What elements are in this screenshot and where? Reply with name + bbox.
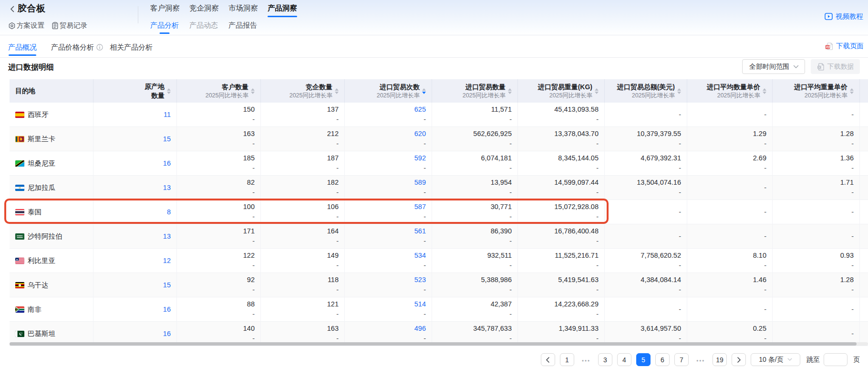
main-tab-1[interactable]: 客户洞察 bbox=[150, 0, 180, 18]
empty-value: - bbox=[679, 207, 681, 217]
section-tab-3[interactable]: 相关产品分析 bbox=[110, 36, 153, 58]
cell-value: 92 bbox=[247, 275, 255, 285]
column-header-customer_count[interactable]: 客户数量2025同比增长率 bbox=[177, 79, 261, 103]
origin-count-link[interactable]: 15 bbox=[163, 280, 171, 290]
trade-count-link[interactable]: 523 bbox=[414, 275, 426, 285]
sort-caret-icon[interactable] bbox=[422, 88, 426, 94]
trade-count-link[interactable]: 589 bbox=[414, 178, 426, 188]
growth-rate-value: - bbox=[509, 261, 512, 271]
main-tab-3[interactable]: 市场洞察 bbox=[228, 0, 258, 18]
download-data-button[interactable]: 下载数据 bbox=[811, 59, 860, 74]
sort-caret-icon[interactable] bbox=[335, 88, 339, 94]
sort-caret-icon[interactable] bbox=[508, 88, 512, 94]
origin-count-link[interactable]: 16 bbox=[163, 158, 171, 168]
jump-to-page-input[interactable] bbox=[824, 353, 847, 366]
cell-import_avg_qty_price: - bbox=[687, 297, 773, 321]
sort-caret-icon[interactable] bbox=[167, 88, 171, 94]
sub-nav-item-2[interactable]: 产品动态 bbox=[189, 20, 218, 34]
back-icon[interactable] bbox=[8, 5, 17, 13]
video-tutorial-link[interactable]: 视频教程 bbox=[825, 12, 863, 21]
column-header-import_avg_qty_price[interactable]: 进口平均数量单价2025同比增长率 bbox=[687, 79, 773, 103]
page-size-select[interactable]: 10 条/页 bbox=[751, 353, 800, 366]
pagination-prev-button[interactable] bbox=[541, 353, 555, 366]
sort-caret-icon[interactable] bbox=[763, 88, 766, 94]
pagination-page-4[interactable]: 4 bbox=[617, 353, 631, 366]
pagination-page-19[interactable]: 19 bbox=[713, 353, 727, 366]
download-page-link[interactable]: 下载页面 bbox=[825, 42, 864, 51]
origin-count-link[interactable]: 13 bbox=[163, 183, 171, 193]
growth-rate-value: - bbox=[851, 163, 854, 173]
flag-icon-lk bbox=[15, 136, 24, 142]
origin-count-link[interactable]: 8 bbox=[167, 207, 171, 217]
cell-value: 118 bbox=[328, 275, 339, 285]
pagination-page-1[interactable]: 1 bbox=[560, 353, 574, 366]
pagination-page-7[interactable]: 7 bbox=[674, 353, 689, 366]
cell-value: 345,787,633 bbox=[473, 324, 512, 334]
flag-icon-th bbox=[15, 209, 24, 215]
excel-file-icon bbox=[817, 63, 825, 71]
pagination-next-button[interactable] bbox=[732, 353, 746, 366]
info-icon[interactable] bbox=[96, 44, 103, 51]
section-tab-1[interactable]: 产品概况 bbox=[8, 36, 37, 58]
page-number: 1 bbox=[565, 356, 569, 364]
trade-count-link[interactable]: 620 bbox=[414, 129, 426, 139]
trade-count-link[interactable]: 592 bbox=[414, 153, 426, 163]
growth-rate-value: - bbox=[596, 285, 599, 295]
main-tab-4[interactable]: 产品洞察 bbox=[268, 0, 297, 18]
sub-nav-item-1[interactable]: 产品分析 bbox=[150, 20, 179, 34]
cell-clipped bbox=[860, 200, 868, 224]
column-header-import_trade_amount[interactable]: 进口贸易总额(美元)2025同比增长率 bbox=[605, 79, 687, 103]
table-row-沙特阿拉伯: 沙特阿拉伯13171-164-561-86,390-16,786,400.48-… bbox=[10, 224, 868, 249]
trade-count-link[interactable]: 534 bbox=[414, 251, 426, 261]
empty-value: - bbox=[851, 329, 854, 339]
table-row-南非: 南非1688-121-514-42,387-14,223,668.29---- bbox=[10, 297, 868, 322]
column-header-import_trade_count[interactable]: 进口贸易次数2025同比增长率 bbox=[345, 79, 432, 103]
sub-nav-item-3[interactable]: 产品报告 bbox=[228, 20, 257, 34]
column-header-competitor_count[interactable]: 竞企数量2025同比增长率 bbox=[261, 79, 345, 103]
flag-icon-ug bbox=[15, 282, 24, 288]
trade-count-link[interactable]: 561 bbox=[414, 226, 426, 236]
origin-count-link[interactable]: 16 bbox=[163, 329, 171, 339]
origin-count-link[interactable]: 16 bbox=[163, 305, 171, 315]
column-title: 进口平均数量单价 bbox=[707, 83, 760, 92]
pagination-page-5[interactable]: 5 bbox=[636, 353, 651, 366]
cell-import_trade_qty: 30,771- bbox=[432, 200, 518, 224]
growth-rate-value: - bbox=[596, 163, 599, 173]
header-divider bbox=[138, 6, 138, 23]
pagination-ellipsis[interactable]: ●●● bbox=[693, 353, 708, 366]
plan-settings-button[interactable]: 方案设置 bbox=[8, 21, 44, 30]
pagination-page-6[interactable]: 6 bbox=[655, 353, 670, 366]
origin-count-link[interactable]: 11 bbox=[164, 110, 171, 120]
trade-count-link[interactable]: 625 bbox=[414, 105, 426, 115]
pagination-ellipsis[interactable]: ●●● bbox=[579, 353, 593, 366]
cell-value: 1.29 bbox=[753, 129, 766, 139]
cell-destination: 斯里兰卡 bbox=[10, 127, 93, 151]
origin-count-link[interactable]: 12 bbox=[163, 256, 171, 266]
cell-import_trade_amount: - bbox=[605, 224, 687, 248]
origin-count-link[interactable]: 15 bbox=[163, 134, 171, 144]
cell-import_trade_weight: 8,345,144.05- bbox=[518, 151, 605, 175]
page-unit-label: 页 bbox=[853, 356, 860, 364]
sort-caret-icon[interactable] bbox=[850, 88, 854, 94]
trade-count-link[interactable]: 514 bbox=[414, 299, 426, 309]
origin-count-link[interactable]: 13 bbox=[163, 231, 171, 242]
cell-import_avg_weight_price: 1.71- bbox=[773, 176, 860, 200]
sort-caret-icon[interactable] bbox=[251, 88, 255, 94]
pagination-page-3[interactable]: 3 bbox=[598, 353, 612, 366]
sort-caret-icon[interactable] bbox=[677, 88, 681, 94]
trade-records-button[interactable]: 贸易记录 bbox=[52, 21, 87, 30]
column-header-import_trade_qty[interactable]: 进口贸易数量2025同比增长率 bbox=[432, 79, 518, 103]
cell-value: 14,223,668.29 bbox=[554, 299, 599, 309]
sort-caret-icon[interactable] bbox=[595, 88, 599, 94]
cell-import_trade_weight: 14,599,097.44- bbox=[518, 176, 605, 200]
column-header-import_avg_weight_price[interactable]: 进口平均重量单价2025同比增长率 bbox=[773, 79, 860, 103]
column-title: 进口贸易次数 bbox=[377, 83, 420, 92]
column-header-origin_count[interactable]: 原产地数量 bbox=[93, 79, 177, 103]
time-range-select[interactable]: 全部时间范围 bbox=[742, 59, 805, 74]
trade-count-link[interactable]: 496 bbox=[414, 324, 426, 334]
column-header-import_trade_weight[interactable]: 进口贸易重量(KG)2025同比增长率 bbox=[518, 79, 605, 103]
horizontal-scrollbar-thumb[interactable] bbox=[10, 342, 857, 346]
trade-count-link[interactable]: 587 bbox=[414, 202, 426, 212]
main-tab-2[interactable]: 竞企洞察 bbox=[189, 0, 219, 18]
section-tab-2[interactable]: 产品价格分析 bbox=[51, 36, 103, 58]
